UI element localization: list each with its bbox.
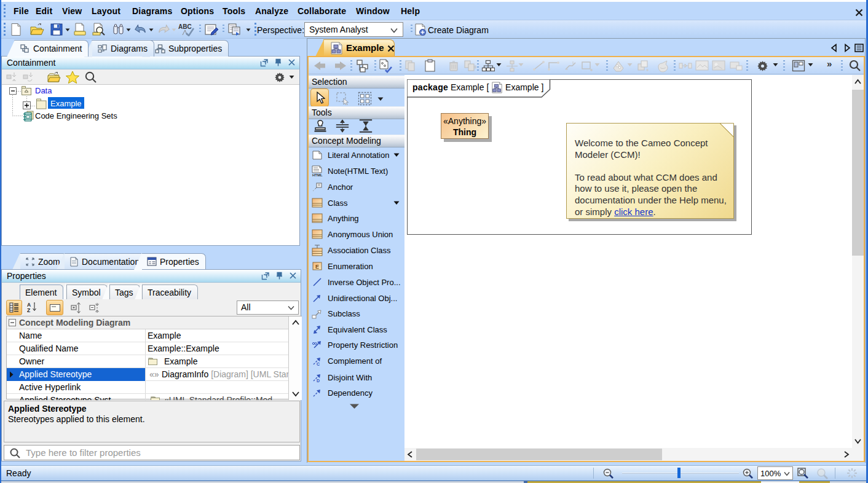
- svg-text:ABC: ABC: [178, 23, 192, 30]
- svg-text:HTML: HTML: [312, 173, 323, 177]
- svg-text:Z: Z: [27, 307, 30, 313]
- svg-text:E: E: [315, 264, 319, 270]
- svg-text:D: D: [317, 379, 320, 383]
- svg-text:C: C: [317, 362, 320, 366]
